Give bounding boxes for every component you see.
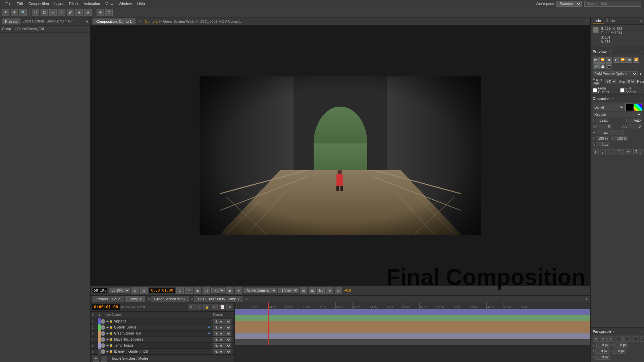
tool-stamp[interactable]: ◈ (75, 9, 83, 16)
tool-puppet[interactable]: ♟ (84, 9, 92, 16)
menu-composition[interactable]: Composition (26, 1, 52, 6)
char-stroke-color[interactable] (634, 104, 642, 111)
layer-vis-2[interactable] (101, 325, 105, 330)
char-bold[interactable]: T (593, 149, 599, 155)
tl-btn-solo[interactable]: ⊙ (188, 304, 195, 310)
preview-play[interactable]: ▶ (613, 57, 619, 63)
3d-btn[interactable]: 3D (309, 287, 316, 294)
char-tsh-input[interactable] (614, 136, 628, 141)
tool-mask[interactable]: ◻ (41, 9, 48, 16)
layer-bar-2[interactable] (235, 315, 590, 321)
tool-pen[interactable]: ✒ (49, 9, 57, 16)
dsc-comp-tab-close[interactable]: ✕ (245, 297, 248, 301)
para-panel-expand[interactable]: ≡ (640, 330, 642, 333)
char-baseline-input[interactable] (596, 142, 609, 147)
layer-parent-select-3[interactable]: None (213, 331, 231, 336)
char-track-input[interactable] (629, 124, 642, 129)
full-screen-label[interactable]: Full Screen (620, 86, 642, 94)
layer-vis-4[interactable] (101, 337, 105, 342)
timeline-expand[interactable]: ▲ (585, 297, 588, 301)
layer-name-2[interactable]: Overall_Levels (114, 325, 208, 329)
preview-first[interactable]: ⏮ (593, 57, 599, 63)
char-leading-input[interactable] (629, 118, 642, 123)
layer-name-3[interactable]: GreenScreen_Girl (114, 331, 208, 335)
menu-file[interactable]: File (3, 1, 14, 6)
tool-brush[interactable]: 🖌 (67, 9, 74, 16)
layer-vis-1[interactable] (101, 319, 105, 324)
dsc-comp-tab[interactable]: DSC_0007.MOV Comp 1 (194, 296, 243, 302)
tool-rotate[interactable]: ↺ (32, 9, 39, 16)
layer-name-5[interactable]: Temp_Image (114, 344, 211, 347)
playhead[interactable] (268, 302, 269, 309)
greenscreen-walk-tab[interactable]: GreenScreen Walk (151, 296, 189, 302)
info-panel-expand[interactable]: ≡ (640, 19, 642, 23)
tool-move[interactable]: ✥ (11, 9, 18, 16)
from-current-checkbox[interactable] (593, 88, 597, 93)
layer-parent-select-5[interactable]: None (213, 343, 231, 348)
pixel-btn[interactable]: ⊕ (326, 287, 333, 294)
layer-vis-6[interactable] (101, 349, 105, 354)
preview-audio[interactable]: 🔊 (593, 63, 599, 69)
tl-btn-graph[interactable]: 📈 (219, 304, 225, 310)
char-under[interactable]: T (642, 149, 644, 155)
tool-text[interactable]: T (58, 9, 65, 16)
region-btn[interactable]: ▣ (226, 287, 233, 294)
tl-add-layer[interactable]: + (93, 356, 99, 362)
char-hscale-input[interactable] (596, 130, 609, 135)
tool-zoom[interactable]: 🔍 (19, 9, 27, 16)
ram-preview-select[interactable]: RAM Preview Options (593, 71, 638, 76)
comp1-tab-close[interactable]: ✕ (147, 297, 150, 301)
comp1-tab[interactable]: Comp 1 (125, 296, 145, 302)
breadcrumb-dsc[interactable]: DSC_0007.MOV Comp 1 (200, 19, 241, 23)
layer-lock-1[interactable]: 🔒 (109, 320, 113, 323)
full-screen-checkbox[interactable] (620, 88, 625, 93)
motion-btn[interactable]: ⊙ (335, 287, 342, 294)
preview-save[interactable]: 💾 (599, 63, 605, 69)
resolution-btn[interactable]: ⊟ (131, 287, 139, 294)
para-center[interactable]: ≡ (600, 337, 607, 342)
info-tab[interactable]: Info (593, 18, 604, 23)
render-queue-tab[interactable]: Render Queue (93, 296, 124, 302)
tl-btn-settings[interactable]: ⚙ (211, 304, 218, 310)
preview-stop[interactable]: ⏹ (606, 57, 612, 63)
layer-parent-select-4[interactable]: None (213, 337, 231, 342)
preview-prev[interactable]: ⏪ (599, 57, 605, 63)
camera-select[interactable]: Active Camera (244, 288, 277, 293)
frame-btn[interactable]: ⊡ (176, 287, 184, 294)
frame-rate-select[interactable]: (24) (604, 79, 617, 84)
char-panel-expand[interactable]: ≡ (640, 97, 642, 100)
grid-btn[interactable]: ⊞ (140, 287, 148, 294)
layer-bar-6[interactable] (235, 339, 590, 345)
menu-layer[interactable]: Layer (52, 1, 66, 6)
preview-last[interactable]: ⏭ (626, 57, 632, 63)
tl-del-layer[interactable]: − (101, 356, 107, 362)
layer-solo-1[interactable]: ◉ (106, 320, 109, 323)
char-sub[interactable]: T↓ (633, 149, 641, 155)
audio-tab[interactable]: Audio (604, 19, 618, 23)
layer-bar-1[interactable] (235, 309, 590, 315)
preview-panel-close[interactable]: ✕ (609, 50, 612, 53)
char-panel-close[interactable]: ✕ (611, 97, 614, 100)
para-just-right[interactable]: ☰ (632, 337, 639, 342)
para-right[interactable]: ≡ (607, 337, 614, 342)
effects-tab[interactable]: Presets (2, 18, 20, 24)
layer-bar-5[interactable] (235, 333, 590, 339)
preview-capture[interactable]: 📷 (606, 63, 612, 69)
char-size-input[interactable] (596, 118, 609, 123)
color-btn[interactable]: ◉ (194, 287, 201, 294)
proxy-btn[interactable]: ◈ (235, 287, 242, 294)
comp-viewer-tab[interactable]: Composition: Comp 1 (93, 18, 136, 24)
layer-vis-3[interactable] (101, 331, 105, 336)
comp-viewer-expand[interactable]: ≡ (586, 19, 588, 23)
timeline-timecode[interactable]: 0:00:01:00 (92, 304, 120, 310)
char-kern-input[interactable] (598, 124, 611, 129)
char-vscale-input[interactable] (610, 130, 624, 135)
para-just-center[interactable]: ☰ (623, 337, 631, 342)
left-panel-expand[interactable]: ◀ (86, 19, 88, 23)
tool-select[interactable]: ▼ (2, 9, 9, 16)
para-just-left[interactable]: ☰ (615, 337, 623, 342)
trans-btn[interactable]: ◻ (203, 287, 210, 294)
layer-bar-3[interactable] (235, 321, 590, 327)
tl-btn-lock[interactable]: 🔒 (203, 304, 210, 310)
search-input[interactable] (584, 1, 641, 7)
